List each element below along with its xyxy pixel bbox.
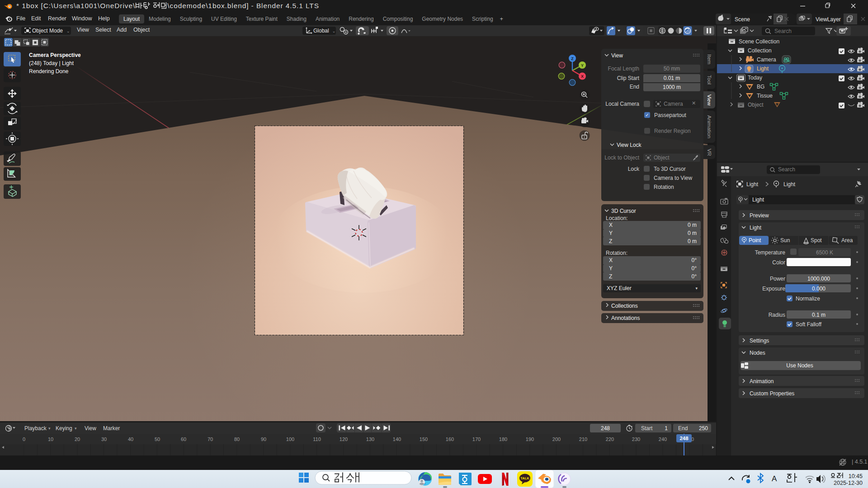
svg-text:X: X	[581, 74, 584, 79]
svg-text:Scene Collection: Scene Collection	[739, 38, 779, 45]
svg-text:▾: ▾	[75, 426, 77, 431]
svg-text:▾: ▾	[48, 426, 51, 431]
svg-text:170: 170	[472, 436, 481, 442]
svg-text:120: 120	[340, 436, 348, 442]
svg-text:Radius: Radius	[769, 312, 785, 318]
svg-text:Exposure: Exposure	[762, 286, 785, 292]
svg-text:Light: Light	[757, 66, 769, 72]
svg-text:210: 210	[579, 436, 587, 442]
svg-text:Animation: Animation	[750, 378, 774, 385]
svg-text:Temperature: Temperature	[755, 249, 786, 256]
svg-text:10: 10	[48, 436, 53, 442]
svg-text:Settings: Settings	[750, 338, 769, 344]
svg-text:0.000: 0.000	[812, 286, 826, 292]
svg-text:Use Nodes: Use Nodes	[786, 362, 813, 369]
svg-text:Marker: Marker	[103, 425, 120, 432]
svg-text:Search: Search	[778, 166, 795, 173]
svg-text:30: 30	[101, 436, 107, 442]
svg-text:Custom Properties: Custom Properties	[750, 390, 794, 397]
svg-text:Light: Light	[752, 197, 764, 203]
svg-text:Area: Area	[841, 237, 853, 244]
svg-text:0: 0	[23, 436, 25, 442]
svg-text:70: 70	[208, 436, 213, 442]
svg-text:Light: Light	[746, 181, 759, 188]
svg-text:0.1 m: 0.1 m	[812, 312, 826, 318]
svg-text:190: 190	[526, 436, 534, 442]
svg-text:240: 240	[659, 436, 667, 442]
svg-text:ViewLayer: ViewLayer	[816, 16, 841, 23]
svg-text:160: 160	[446, 436, 454, 442]
svg-text:90: 90	[261, 436, 266, 442]
svg-text:130: 130	[366, 436, 374, 442]
svg-text:End: End	[678, 425, 688, 432]
svg-text:50: 50	[155, 436, 160, 442]
svg-text:Rendering Done: Rendering Done	[29, 68, 69, 75]
svg-text:Light: Light	[783, 181, 796, 188]
svg-text:Point: Point	[749, 237, 761, 244]
svg-text:View: View	[85, 425, 96, 432]
svg-text:150: 150	[420, 436, 428, 442]
svg-text:Start: Start	[641, 425, 653, 432]
svg-text:Light: Light	[750, 225, 762, 231]
svg-text:220: 220	[606, 436, 614, 442]
svg-text:1: 1	[665, 425, 668, 432]
svg-text:180: 180	[499, 436, 507, 442]
svg-text:6500 K: 6500 K	[816, 249, 833, 256]
svg-text:60: 60	[181, 436, 186, 442]
svg-text:1000.000: 1000.000	[807, 276, 830, 282]
svg-text:Color: Color	[772, 259, 785, 266]
svg-text:Collection: Collection	[748, 47, 772, 54]
svg-text:248: 248	[601, 425, 610, 432]
svg-text:Object: Object	[748, 102, 764, 108]
svg-text:20: 20	[75, 436, 80, 442]
svg-text:Normalize: Normalize	[796, 296, 820, 302]
svg-text:40: 40	[128, 436, 133, 442]
svg-text:Camera Perspective: Camera Perspective	[29, 52, 81, 58]
svg-text:Tissue: Tissue	[757, 93, 773, 99]
svg-text:Scene: Scene	[735, 16, 750, 23]
svg-text:230: 230	[632, 436, 640, 442]
svg-text:Playback: Playback	[24, 425, 47, 432]
svg-text:A: A	[772, 474, 777, 483]
svg-text:110: 110	[313, 436, 321, 442]
svg-text:Spot: Spot	[811, 237, 822, 244]
svg-text:Power: Power	[770, 276, 785, 282]
svg-text:200: 200	[552, 436, 561, 442]
svg-text:Y: Y	[581, 63, 584, 68]
svg-text:2025-12-30: 2025-12-30	[834, 480, 863, 486]
svg-text:Camera: Camera	[757, 56, 776, 63]
svg-text:80: 80	[234, 436, 240, 442]
svg-text:Search: Search	[774, 28, 792, 34]
svg-text:140: 140	[393, 436, 401, 442]
svg-text:Preview: Preview	[750, 212, 769, 219]
svg-text:250: 250	[699, 425, 708, 432]
svg-text:TALK: TALK	[520, 476, 529, 480]
svg-text:10:45: 10:45	[849, 473, 863, 479]
svg-text:248: 248	[679, 436, 689, 441]
svg-text:Keying: Keying	[56, 425, 72, 432]
svg-text:Z: Z	[571, 56, 574, 61]
svg-text:BG: BG	[757, 84, 764, 90]
svg-text:Soft Falloff: Soft Falloff	[796, 321, 822, 328]
svg-text:Nodes: Nodes	[750, 350, 765, 356]
svg-text:100: 100	[286, 436, 294, 442]
svg-text:Today: Today	[748, 75, 762, 81]
svg-text:Sun: Sun	[780, 237, 790, 244]
svg-text:(248) Today | Light: (248) Today | Light	[29, 60, 74, 66]
